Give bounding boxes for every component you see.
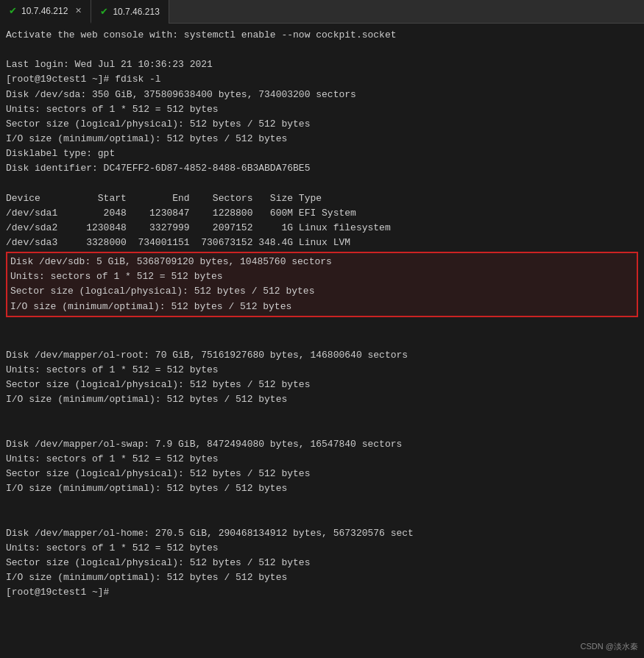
tab-1[interactable]: ✔ 10.7.46.212 ✕ xyxy=(0,0,91,24)
tab1-check-icon: ✔ xyxy=(9,5,17,16)
ol-swap-line3: Sector size (logical/physical): 512 byte… xyxy=(6,467,638,481)
table-row-sda1: /dev/sda1 2048 1230847 1228800 600M EFI … xyxy=(6,206,638,221)
after-blank5 xyxy=(6,496,638,511)
sdb-line3: Sector size (logical/physical): 512 byte… xyxy=(10,284,634,299)
ol-home-line2: Units: sectors of 1 * 512 = 512 bytes xyxy=(6,541,638,556)
ol-swap-line2: Units: sectors of 1 * 512 = 512 bytes xyxy=(6,452,638,467)
line-blank2 xyxy=(6,176,638,191)
sdb-line1: Disk /dev/sdb: 5 GiB, 5368709120 bytes, … xyxy=(10,255,634,269)
line-io-size: I/O size (minimum/optimal): 512 bytes / … xyxy=(6,132,638,146)
tab1-close-icon[interactable]: ✕ xyxy=(75,6,82,15)
line-units: Units: sectors of 1 * 512 = 512 bytes xyxy=(6,102,638,117)
highlighted-sdb-block: Disk /dev/sdb: 5 GiB, 5368709120 bytes, … xyxy=(6,252,638,317)
ol-root-line4: I/O size (minimum/optimal): 512 bytes / … xyxy=(6,392,638,407)
ol-swap-line4: I/O size (minimum/optimal): 512 bytes / … xyxy=(6,481,638,496)
line-blank1 xyxy=(6,43,638,57)
ol-root-line3: Sector size (logical/physical): 512 byte… xyxy=(6,378,638,392)
line-diskid: Disk identifier: DC47EFF2-6D87-4852-8488… xyxy=(6,161,638,176)
table-header: Device Start End Sectors Size Type xyxy=(6,191,638,206)
tab2-label: 10.7.46.213 xyxy=(113,7,159,17)
tab-bar: ✔ 10.7.46.212 ✕ ✔ 10.7.46.213 xyxy=(0,0,644,24)
after-blank2 xyxy=(6,333,638,348)
line-sda-info: Disk /dev/sda: 350 GiB, 375809638400 byt… xyxy=(6,88,638,102)
table-row-sda3: /dev/sda3 3328000 734001151 730673152 34… xyxy=(6,236,638,250)
line-sector-size: Sector size (logical/physical): 512 byte… xyxy=(6,117,638,132)
tab-2[interactable]: ✔ 10.7.46.213 xyxy=(91,0,169,24)
line-lastlogin: Last login: Wed Jul 21 10:36:23 2021 xyxy=(6,57,638,72)
table-row-sda2: /dev/sda2 1230848 3327999 2097152 1G Lin… xyxy=(6,221,638,236)
ol-home-line4: I/O size (minimum/optimal): 512 bytes / … xyxy=(6,570,638,585)
ol-root-line2: Units: sectors of 1 * 512 = 512 bytes xyxy=(6,363,638,378)
watermark: CSDN @淡水秦 xyxy=(581,641,638,652)
ol-home-line1: Disk /dev/mapper/ol-home: 270.5 GiB, 290… xyxy=(6,526,638,541)
after-blank3 xyxy=(6,408,638,422)
tab1-label: 10.7.46.212 xyxy=(21,6,68,16)
sdb-line4: I/O size (minimum/optimal): 512 bytes / … xyxy=(10,300,634,314)
ol-swap-line1: Disk /dev/mapper/ol-swap: 7.9 GiB, 84724… xyxy=(6,437,638,452)
line-disklabel: Disklabel type: gpt xyxy=(6,146,638,161)
ol-root-line1: Disk /dev/mapper/ol-root: 70 GiB, 751619… xyxy=(6,348,638,363)
after-blank1 xyxy=(6,319,638,333)
tab2-check-icon: ✔ xyxy=(100,6,108,17)
final-prompt: [root@19ctest1 ~]# xyxy=(6,585,638,600)
sdb-line2: Units: sectors of 1 * 512 = 512 bytes xyxy=(10,269,634,284)
terminal-window: ✔ 10.7.46.212 ✕ ✔ 10.7.46.213 Activate t… xyxy=(0,0,644,658)
line-fdisk-cmd: [root@19ctest1 ~]# fdisk -l xyxy=(6,72,638,87)
after-blank6 xyxy=(6,512,638,526)
terminal-content: Activate the web console with: systemctl… xyxy=(0,24,644,658)
after-blank4 xyxy=(6,422,638,437)
ol-home-line3: Sector size (logical/physical): 512 byte… xyxy=(6,556,638,570)
line-activate: Activate the web console with: systemctl… xyxy=(6,28,638,43)
